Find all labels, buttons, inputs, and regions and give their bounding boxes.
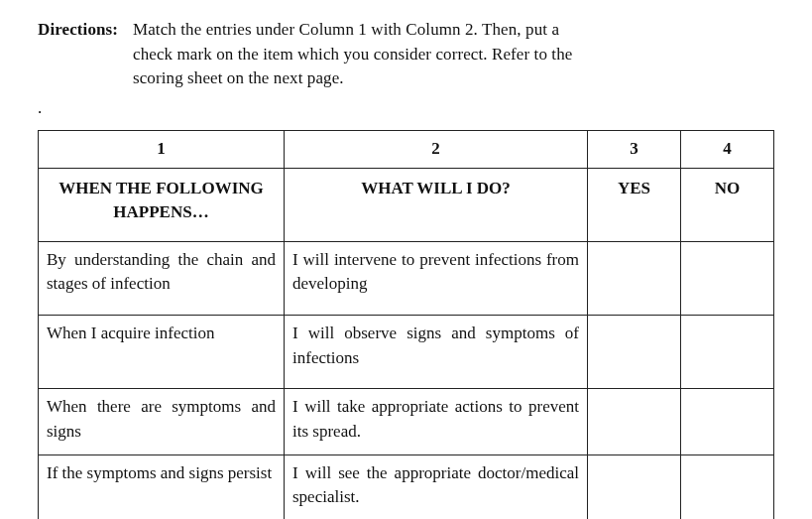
col-header-what: WHAT WILL I DO? bbox=[285, 168, 588, 241]
directions-label: Directions: bbox=[38, 18, 133, 43]
cell-what: I will observe signs and symptoms of inf… bbox=[285, 316, 588, 389]
table-row: When I acquire infection I will observe … bbox=[39, 316, 774, 389]
col-number-2: 2 bbox=[285, 130, 588, 168]
col-number-1: 1 bbox=[39, 130, 285, 168]
directions-line-1: Match the entries under Column 1 with Co… bbox=[133, 20, 559, 39]
cell-when: By understanding the chain and stages of… bbox=[39, 241, 285, 315]
cell-no[interactable] bbox=[681, 241, 774, 315]
cell-yes[interactable] bbox=[588, 389, 681, 454]
table-row: When there are symptoms and signs I will… bbox=[39, 389, 774, 454]
col-number-4: 4 bbox=[681, 130, 774, 168]
cell-no[interactable] bbox=[681, 454, 774, 519]
worksheet-table: 1 2 3 4 WHEN THE FOLLOWING HAPPENS… WHAT… bbox=[38, 130, 774, 519]
col-header-yes: YES bbox=[588, 168, 681, 241]
cell-yes[interactable] bbox=[588, 316, 681, 389]
directions-line-2: check mark on the item which you conside… bbox=[133, 43, 774, 67]
cell-what: I will take appropriate actions to preve… bbox=[285, 389, 588, 454]
cell-what: I will intervene to prevent infections f… bbox=[285, 241, 588, 315]
col-header-when: WHEN THE FOLLOWING HAPPENS… bbox=[39, 168, 285, 241]
table-number-header-row: 1 2 3 4 bbox=[39, 130, 774, 168]
col-header-no: NO bbox=[681, 168, 774, 241]
col-number-3: 3 bbox=[588, 130, 681, 168]
cell-when: When there are symptoms and signs bbox=[39, 389, 285, 454]
cell-no[interactable] bbox=[681, 316, 774, 389]
cell-when: If the symptoms and signs persist bbox=[39, 454, 285, 519]
directions-paragraph: Directions:Match the entries under Colum… bbox=[38, 18, 774, 91]
table-row: If the symptoms and signs persist I will… bbox=[39, 454, 774, 519]
table-row: By understanding the chain and stages of… bbox=[39, 241, 774, 315]
cell-no[interactable] bbox=[681, 389, 774, 454]
table-text-header-row: WHEN THE FOLLOWING HAPPENS… WHAT WILL I … bbox=[39, 168, 774, 241]
cell-yes[interactable] bbox=[588, 241, 681, 315]
cell-when: When I acquire infection bbox=[39, 316, 285, 389]
cell-yes[interactable] bbox=[588, 454, 681, 519]
cell-what: I will see the appropriate doctor/medica… bbox=[285, 454, 588, 519]
directions-line-3: scoring sheet on the next page. bbox=[133, 66, 774, 91]
stray-period: . bbox=[38, 99, 774, 116]
